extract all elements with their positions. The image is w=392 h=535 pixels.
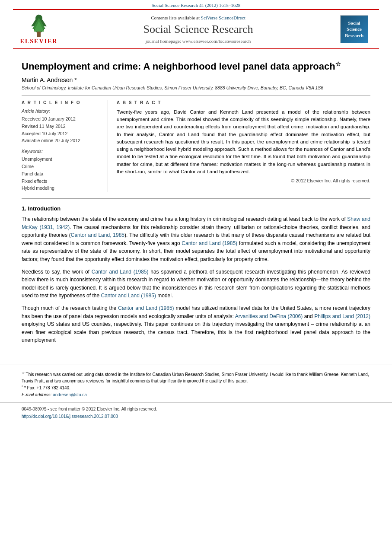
article-history-label: Article history: xyxy=(22,108,101,114)
contents-line: Contents lists available at SciVerse Sci… xyxy=(65,15,331,20)
keywords-section: Keywords: Unemployment Crime Panel data … xyxy=(22,149,101,192)
journal-logo-right: SocialScienceResearch xyxy=(340,15,370,43)
keywords-label: Keywords: xyxy=(22,149,101,154)
intro-paragraph-3: Though much of the research testing the … xyxy=(22,304,370,344)
cantor-land-1985-link-1[interactable]: Cantor and Land, 1985 xyxy=(71,232,124,238)
elsevier-logo-img: ELSEVIER xyxy=(22,13,56,45)
footnote-rule xyxy=(22,368,370,368)
article-content: Unemployment and crime: A neighborhood l… xyxy=(0,49,392,357)
journal-header: ELSEVIER Contents lists available at Sci… xyxy=(13,9,379,49)
section1-heading: 1. Introduction xyxy=(22,205,370,212)
article-info-col: A R T I C L E I N F O Article history: R… xyxy=(22,100,108,192)
footnotes-area: ☆ This research was carried out using da… xyxy=(0,364,392,398)
footnote-star-text: ☆ This research was carried out using da… xyxy=(22,371,370,384)
footnote-fax: * * Fax: +1 778 782 4140. xyxy=(22,384,370,391)
doi-line: http://dx.doi.org/10.1016/j.ssresearch.2… xyxy=(22,413,370,420)
bottom-bar: 0049-089X/$ - see front matter © 2012 El… xyxy=(0,402,392,423)
article-revised: Revised 11 May 2012 xyxy=(22,123,101,130)
footnote-email: E-mail address: andresen@sfu.ca xyxy=(22,392,370,398)
keyword-2: Crime xyxy=(22,163,101,170)
elsevier-wordmark: ELSEVIER xyxy=(20,38,58,45)
email-link[interactable]: andresen@sfu.ca xyxy=(53,392,87,397)
keyword-4: Fixed effects xyxy=(22,178,101,185)
cantor-land-link-4[interactable]: Cantor and Land (1985) xyxy=(101,293,156,299)
cantor-land-link-2[interactable]: Cantor and Land (1985) xyxy=(182,240,237,246)
article-accepted: Accepted 10 July 2012 xyxy=(22,130,101,137)
journal-title-header: Social Science Research xyxy=(65,23,331,36)
abstract-text: Twenty-five years ago, David Cantor and … xyxy=(117,108,370,175)
journal-citation-link[interactable]: Social Science Research 41 (2012) 1615–1… xyxy=(152,3,241,8)
article-received: Received 10 January 2012 xyxy=(22,115,101,123)
journal-homepage: journal homepage: www.elsevier.com/locat… xyxy=(65,38,331,44)
journal-logo-box: SocialScienceResearch xyxy=(340,15,368,43)
arvanities-defina-link[interactable]: Arvanities and DeFina (2006) xyxy=(235,313,303,319)
issn-line: 0049-089X/$ - see front matter © 2012 El… xyxy=(22,405,370,413)
doi-link[interactable]: http://dx.doi.org/10.1016/j.ssresearch.2… xyxy=(22,414,118,419)
abstract-copyright: © 2012 Elsevier Inc. All rights reserved… xyxy=(117,178,370,183)
page-container: Social Science Research 41 (2012) 1615–1… xyxy=(0,0,392,423)
elsevier-logo-area: ELSEVIER xyxy=(22,13,56,45)
abstract-label: A B S T R A C T xyxy=(117,100,370,105)
keyword-3: Panel data xyxy=(22,170,101,178)
keyword-1: Unemployment xyxy=(22,156,101,163)
intro-paragraph-2: Needless to say, the work of Cantor and … xyxy=(22,268,370,300)
section-divider xyxy=(22,198,370,199)
shaw-mckay-link[interactable]: Shaw and McKay (1931, 1942) xyxy=(22,216,370,230)
article-info-label: A R T I C L E I N F O xyxy=(22,100,101,105)
intro-paragraph-1: The relationship between the state of th… xyxy=(22,215,370,264)
journal-center: Contents lists available at SciVerse Sci… xyxy=(65,15,331,44)
svg-rect-7 xyxy=(37,32,41,37)
article-title: Unemployment and crime: A neighborhood l… xyxy=(22,60,370,73)
top-journal-bar: Social Science Research 41 (2012) 1615–1… xyxy=(0,0,392,9)
keyword-5: Hybrid modeling xyxy=(22,185,101,192)
article-author: Martin A. Andresen * xyxy=(22,76,370,83)
article-affiliation: School of Criminology, Institute for Can… xyxy=(22,85,370,90)
cantor-land-link-3[interactable]: Cantor and Land (1985) xyxy=(92,269,149,275)
abstract-col: A B S T R A C T Twenty-five years ago, D… xyxy=(117,100,370,192)
elsevier-tree-icon xyxy=(26,13,52,37)
article-two-col: A R T I C L E I N F O Article history: R… xyxy=(22,96,370,192)
phillips-land-link[interactable]: Phillips and Land (2012) xyxy=(314,313,370,319)
sciverse-link[interactable]: SciVerse ScienceDirect xyxy=(201,15,245,20)
article-available: Available online 20 July 2012 xyxy=(22,137,101,144)
cantor-land-link-5[interactable]: Cantor and Land (1985) xyxy=(118,305,174,311)
